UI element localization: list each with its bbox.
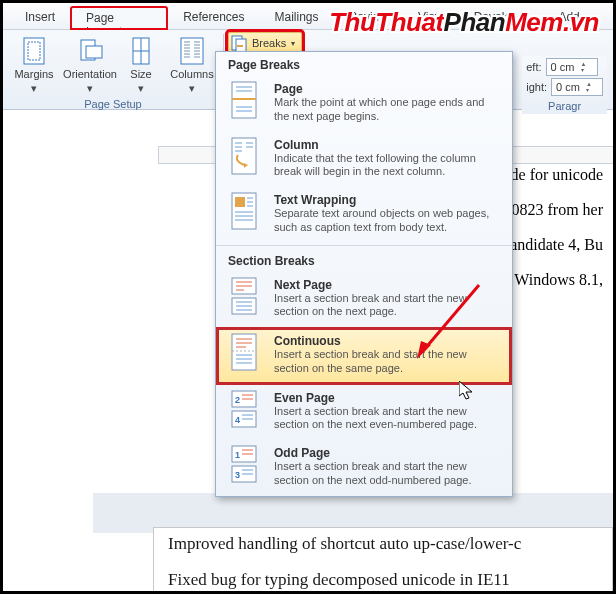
columns-icon [177, 36, 207, 66]
break-page[interactable]: PageMark the point at which one page end… [216, 76, 512, 132]
tab-page-layout[interactable]: Page Layout [71, 7, 167, 29]
next-page-icon [230, 277, 264, 315]
page-setup-group-label: Page Setup [84, 96, 142, 110]
even-page-icon: 24 [230, 390, 264, 428]
doc-text: n Windows 8.1, [503, 271, 603, 289]
svg-text:1: 1 [235, 450, 240, 460]
mouse-cursor [459, 381, 479, 401]
doc-text: Fixed bug for typing decomposed unicode … [154, 564, 612, 594]
page-break-icon [230, 81, 264, 119]
indent-right-input[interactable]: 0 cm▲▾ [551, 78, 603, 96]
svg-marker-62 [459, 381, 472, 399]
break-column[interactable]: ColumnIndicate that the text following t… [216, 132, 512, 188]
columns-button[interactable]: Columns▾ [167, 34, 217, 96]
svg-text:4: 4 [235, 415, 240, 425]
indent-left-input[interactable]: 0 cm▲▾ [546, 58, 598, 76]
break-odd-page[interactable]: 13 Odd PageInsert a section break and st… [216, 440, 512, 496]
indent-controls: eft: 0 cm▲▾ ight: 0 cm▲▾ Paragr [522, 56, 607, 114]
doc-text: ode for unicode [503, 166, 603, 184]
section-breaks-header: Section Breaks [216, 248, 512, 272]
doc-text: Improved handling of shortcut auto up-ca… [154, 528, 612, 564]
breaks-icon [231, 35, 247, 51]
text-wrapping-icon [230, 192, 264, 230]
svg-rect-22 [235, 197, 245, 207]
orientation-button[interactable]: Orientation▾ [65, 34, 115, 96]
margins-icon [19, 36, 49, 66]
tab-references[interactable]: References [169, 7, 258, 29]
tab-mailings[interactable]: Mailings [261, 7, 333, 29]
watermark: ThuThuatPhanMem.vn [329, 7, 599, 38]
column-break-icon [230, 137, 264, 175]
margins-button[interactable]: Margins▾ [9, 34, 59, 96]
paragraph-group-label: Paragr [526, 98, 603, 112]
indent-right-label: ight: [526, 81, 547, 93]
doc-text: 40823 from her [503, 201, 603, 219]
page-breaks-header: Page Breaks [216, 52, 512, 76]
odd-page-icon: 13 [230, 445, 264, 483]
size-button[interactable]: Size▾ [121, 34, 161, 96]
continuous-icon [230, 333, 264, 371]
breaks-dropdown: Page Breaks PageMark the point at which … [215, 51, 513, 497]
svg-text:3: 3 [235, 470, 240, 480]
break-text-wrapping[interactable]: Text WrappingSeparate text around object… [216, 187, 512, 243]
svg-text:2: 2 [235, 395, 240, 405]
size-icon [126, 36, 156, 66]
indent-left-label: eft: [526, 61, 541, 73]
svg-rect-3 [86, 46, 102, 58]
doc-text: Candidate 4, Bu [499, 236, 603, 254]
orientation-icon [75, 36, 105, 66]
document-page-2: Improved handling of shortcut auto up-ca… [153, 527, 613, 594]
arrow-annotation [411, 281, 491, 381]
tab-insert[interactable]: Insert [11, 7, 69, 29]
